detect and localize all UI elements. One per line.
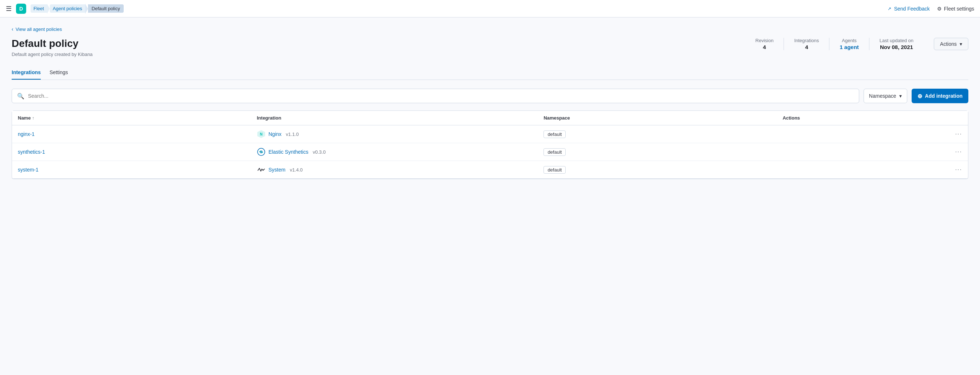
agents-count-link[interactable]: 1 agent bbox=[840, 44, 859, 50]
add-integration-button[interactable]: ⊕ Add integration bbox=[912, 89, 968, 103]
cell-namespace-nginx: default bbox=[538, 125, 776, 143]
elastic-synthetics-icon bbox=[257, 147, 266, 156]
chevron-down-icon: ▾ bbox=[899, 93, 902, 99]
cell-actions-system: ··· bbox=[776, 161, 968, 179]
table-row: synthetics-1 Elastic Synthetic bbox=[12, 143, 968, 161]
breadcrumb-agent-policies[interactable]: Agent policies bbox=[50, 4, 85, 13]
policy-title-section: Default policy Default agent policy crea… bbox=[12, 38, 724, 57]
tabs-bar: Integrations Settings bbox=[12, 66, 968, 80]
nginx-icon: N bbox=[257, 130, 266, 138]
search-input[interactable] bbox=[28, 93, 854, 99]
cell-integration-system: System v1.4.0 bbox=[251, 161, 538, 179]
nginx-integration-link[interactable]: Nginx bbox=[269, 131, 282, 137]
cell-actions-nginx: ··· bbox=[776, 125, 968, 143]
namespace-badge: default bbox=[544, 166, 566, 174]
row-actions-button[interactable]: ··· bbox=[955, 149, 962, 155]
breadcrumb-default-policy: Default policy bbox=[88, 4, 124, 13]
cell-namespace-system: default bbox=[538, 161, 776, 179]
table-header-row: Name ↑ Integration Namespace Actions bbox=[12, 111, 968, 125]
svg-text:N: N bbox=[260, 132, 262, 136]
tab-integrations[interactable]: Integrations bbox=[12, 66, 41, 79]
tab-settings[interactable]: Settings bbox=[49, 66, 68, 79]
integrations-table-container: Name ↑ Integration Namespace Actions bbox=[12, 111, 968, 179]
nginx-version: v1.1.0 bbox=[286, 131, 299, 137]
breadcrumb-fleet[interactable]: Fleet bbox=[30, 4, 47, 13]
cell-name-synthetics: synthetics-1 bbox=[12, 143, 251, 161]
send-feedback-link[interactable]: ↗ Send Feedback bbox=[888, 6, 930, 12]
external-link-icon: ↗ bbox=[888, 6, 891, 11]
synthetics-integration-link[interactable]: Elastic Synthetics bbox=[269, 149, 309, 155]
system-icon bbox=[257, 165, 266, 174]
integrations-stat: Integrations 4 bbox=[784, 38, 829, 50]
sort-arrow-icon: ↑ bbox=[32, 116, 34, 121]
nav-right: ↗ Send Feedback ⚙ Fleet settings bbox=[888, 6, 974, 12]
synthetics-1-link[interactable]: synthetics-1 bbox=[18, 149, 45, 155]
cell-integration-nginx: N Nginx v1.1.0 bbox=[251, 125, 538, 143]
policy-subtitle: Default agent policy created by Kibana bbox=[12, 52, 724, 57]
table-row: nginx-1 N Nginx v1.1.0 bbox=[12, 125, 968, 143]
search-box: 🔍 bbox=[12, 89, 859, 103]
column-header-actions: Actions bbox=[776, 111, 968, 125]
row-actions-button[interactable]: ··· bbox=[955, 166, 962, 172]
system-integration-link[interactable]: System bbox=[269, 167, 286, 172]
nginx-1-link[interactable]: nginx-1 bbox=[18, 131, 35, 137]
integrations-toolbar: 🔍 Namespace ▾ ⊕ Add integration bbox=[12, 89, 968, 103]
main-content: ‹ View all agent policies Default policy… bbox=[0, 17, 980, 375]
plus-circle-icon: ⊕ bbox=[918, 93, 922, 100]
cell-actions-synthetics: ··· bbox=[776, 143, 968, 161]
logo: D bbox=[16, 4, 26, 14]
system-version: v1.4.0 bbox=[290, 167, 303, 172]
integrations-table: Name ↑ Integration Namespace Actions bbox=[12, 111, 968, 179]
back-to-policies-link[interactable]: ‹ View all agent policies bbox=[12, 26, 968, 32]
synthetics-version: v0.3.0 bbox=[313, 149, 326, 155]
column-header-integration: Integration bbox=[251, 111, 538, 125]
gear-icon: ⚙ bbox=[937, 6, 942, 12]
system-1-link[interactable]: system-1 bbox=[18, 167, 38, 172]
chevron-down-icon: ▾ bbox=[959, 41, 962, 47]
last-updated-stat: Last updated on Nov 08, 2021 bbox=[869, 38, 924, 50]
cell-name-nginx: nginx-1 bbox=[12, 125, 251, 143]
policy-stats: Revision 4 Integrations 4 Agents 1 agent… bbox=[745, 38, 924, 50]
breadcrumb: Fleet Agent policies Default policy bbox=[30, 4, 124, 14]
cell-integration-synthetics: Elastic Synthetics v0.3.0 bbox=[251, 143, 538, 161]
hamburger-menu[interactable]: ☰ bbox=[6, 5, 12, 13]
policy-header: Default policy Default agent policy crea… bbox=[12, 38, 968, 57]
fleet-settings-link[interactable]: ⚙ Fleet settings bbox=[937, 6, 974, 12]
namespace-badge: default bbox=[544, 130, 566, 138]
table-row: system-1 System v1.4.0 bbox=[12, 161, 968, 179]
revision-stat: Revision 4 bbox=[745, 38, 784, 50]
namespace-filter-button[interactable]: Namespace ▾ bbox=[864, 89, 907, 103]
policy-title: Default policy bbox=[12, 38, 724, 49]
namespace-badge: default bbox=[544, 148, 566, 156]
agents-stat[interactable]: Agents 1 agent bbox=[829, 38, 869, 50]
column-header-name[interactable]: Name ↑ bbox=[12, 111, 251, 125]
chevron-left-icon: ‹ bbox=[12, 26, 13, 32]
search-icon: 🔍 bbox=[17, 93, 24, 100]
cell-name-system: system-1 bbox=[12, 161, 251, 179]
row-actions-button[interactable]: ··· bbox=[955, 131, 962, 137]
column-header-namespace: Namespace bbox=[538, 111, 776, 125]
actions-button[interactable]: Actions ▾ bbox=[934, 38, 968, 50]
cell-namespace-synthetics: default bbox=[538, 143, 776, 161]
top-navigation: ☰ D Fleet Agent policies Default policy … bbox=[0, 0, 980, 17]
